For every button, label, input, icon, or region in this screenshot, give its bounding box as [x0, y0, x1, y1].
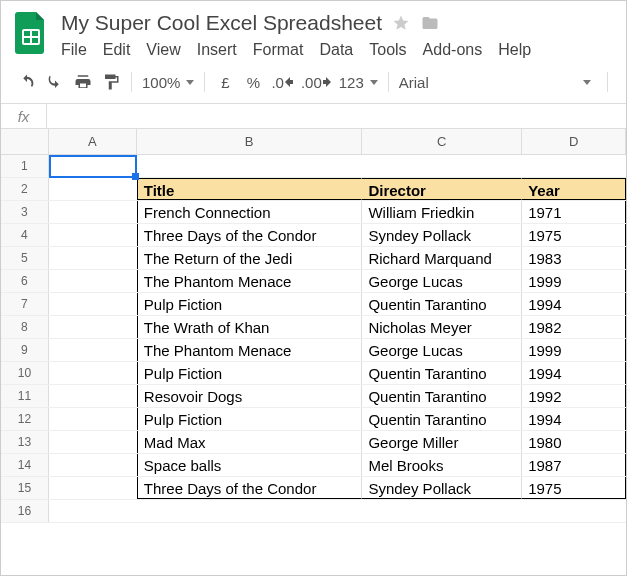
cell-year[interactable]: 1994: [522, 408, 626, 430]
cell-director[interactable]: George Miller: [362, 431, 522, 453]
redo-icon[interactable]: [45, 71, 65, 93]
cell[interactable]: [49, 454, 137, 476]
cell[interactable]: [49, 339, 137, 361]
cell-title[interactable]: The Return of the Jedi: [137, 247, 363, 269]
cell[interactable]: [362, 155, 522, 177]
cell-title[interactable]: Space balls: [137, 454, 363, 476]
print-icon[interactable]: [73, 71, 93, 93]
cell[interactable]: [522, 500, 626, 522]
cell-year[interactable]: 1992: [522, 385, 626, 407]
undo-icon[interactable]: [17, 71, 37, 93]
cell-director[interactable]: Syndey Pollack: [362, 477, 522, 499]
table-header-director[interactable]: Director: [362, 178, 522, 200]
cell[interactable]: [49, 247, 137, 269]
menu-view[interactable]: View: [146, 41, 180, 59]
cell-title[interactable]: The Phantom Menace: [137, 339, 363, 361]
row-header[interactable]: 5: [1, 247, 49, 269]
formula-input[interactable]: [47, 104, 626, 128]
cell-title[interactable]: The Phantom Menace: [137, 270, 363, 292]
folder-icon[interactable]: [420, 14, 440, 32]
row-header[interactable]: 12: [1, 408, 49, 430]
cell[interactable]: [49, 201, 137, 223]
cell-title[interactable]: Resovoir Dogs: [137, 385, 363, 407]
column-header-C[interactable]: C: [362, 129, 522, 154]
row-header[interactable]: 4: [1, 224, 49, 246]
star-icon[interactable]: [392, 14, 410, 32]
menu-edit[interactable]: Edit: [103, 41, 131, 59]
font-dropdown[interactable]: Arial: [399, 74, 479, 91]
cell-year[interactable]: 1994: [522, 362, 626, 384]
select-all-corner[interactable]: [1, 129, 49, 154]
cell[interactable]: [49, 293, 137, 315]
cell-year[interactable]: 1983: [522, 247, 626, 269]
spreadsheet-grid[interactable]: A B C D 12TitleDirectorYear3French Conne…: [1, 129, 626, 523]
table-header-title[interactable]: Title: [137, 178, 363, 200]
sheets-logo-icon[interactable]: [13, 9, 49, 57]
cell[interactable]: [522, 155, 626, 177]
row-header[interactable]: 6: [1, 270, 49, 292]
document-title[interactable]: My Super Cool Excel Spreadsheet: [61, 11, 382, 35]
cell[interactable]: [137, 500, 363, 522]
cell-director[interactable]: William Friedkin: [362, 201, 522, 223]
zoom-dropdown[interactable]: 100%: [142, 74, 194, 91]
cell-year[interactable]: 1999: [522, 270, 626, 292]
menu-data[interactable]: Data: [319, 41, 353, 59]
cell-year[interactable]: 1975: [522, 224, 626, 246]
cell-director[interactable]: Richard Marquand: [362, 247, 522, 269]
cell[interactable]: [49, 178, 137, 200]
cell-director[interactable]: Nicholas Meyer: [362, 316, 522, 338]
cell-year[interactable]: 1994: [522, 293, 626, 315]
cell-title[interactable]: The Wrath of Khan: [137, 316, 363, 338]
cell[interactable]: [49, 316, 137, 338]
row-header[interactable]: 1: [1, 155, 49, 177]
cell[interactable]: [49, 224, 137, 246]
cell-year[interactable]: 1980: [522, 431, 626, 453]
cell[interactable]: [49, 155, 137, 177]
cell[interactable]: [362, 500, 522, 522]
cell-title[interactable]: Three Days of the Condor: [137, 477, 363, 499]
menu-format[interactable]: Format: [253, 41, 304, 59]
cell-title[interactable]: French Connection: [137, 201, 363, 223]
row-header[interactable]: 16: [1, 500, 49, 522]
cell-director[interactable]: Syndey Pollack: [362, 224, 522, 246]
cell-director[interactable]: Quentin Tarantino: [362, 362, 522, 384]
row-header[interactable]: 2: [1, 178, 49, 200]
fx-icon[interactable]: fx: [1, 104, 47, 128]
column-header-D[interactable]: D: [522, 129, 626, 154]
cell-title[interactable]: Mad Max: [137, 431, 363, 453]
cell-director[interactable]: George Lucas: [362, 270, 522, 292]
menu-insert[interactable]: Insert: [197, 41, 237, 59]
cell-title[interactable]: Pulp Fiction: [137, 293, 363, 315]
row-header[interactable]: 11: [1, 385, 49, 407]
cell[interactable]: [137, 155, 363, 177]
cell[interactable]: [49, 431, 137, 453]
currency-button[interactable]: £: [215, 71, 235, 93]
cell[interactable]: [49, 408, 137, 430]
percent-button[interactable]: %: [243, 71, 263, 93]
row-header[interactable]: 7: [1, 293, 49, 315]
cell-year[interactable]: 1982: [522, 316, 626, 338]
cell[interactable]: [49, 477, 137, 499]
row-header[interactable]: 14: [1, 454, 49, 476]
number-format-dropdown[interactable]: 123: [339, 74, 378, 91]
menu-addons[interactable]: Add-ons: [423, 41, 483, 59]
row-header[interactable]: 10: [1, 362, 49, 384]
cell-director[interactable]: Quentin Tarantino: [362, 293, 522, 315]
row-header[interactable]: 8: [1, 316, 49, 338]
column-header-A[interactable]: A: [49, 129, 137, 154]
row-header[interactable]: 9: [1, 339, 49, 361]
cell-year[interactable]: 1971: [522, 201, 626, 223]
table-header-year[interactable]: Year: [522, 178, 626, 200]
row-header[interactable]: 13: [1, 431, 49, 453]
paint-format-icon[interactable]: [101, 71, 121, 93]
cell-year[interactable]: 1975: [522, 477, 626, 499]
cell-director[interactable]: Quentin Tarantino: [362, 408, 522, 430]
row-header[interactable]: 15: [1, 477, 49, 499]
increase-decimal-button[interactable]: .00: [301, 71, 331, 93]
cell-director[interactable]: George Lucas: [362, 339, 522, 361]
menu-tools[interactable]: Tools: [369, 41, 406, 59]
cell[interactable]: [49, 270, 137, 292]
column-header-B[interactable]: B: [137, 129, 363, 154]
cell[interactable]: [49, 500, 137, 522]
decrease-decimal-button[interactable]: .0: [271, 71, 293, 93]
